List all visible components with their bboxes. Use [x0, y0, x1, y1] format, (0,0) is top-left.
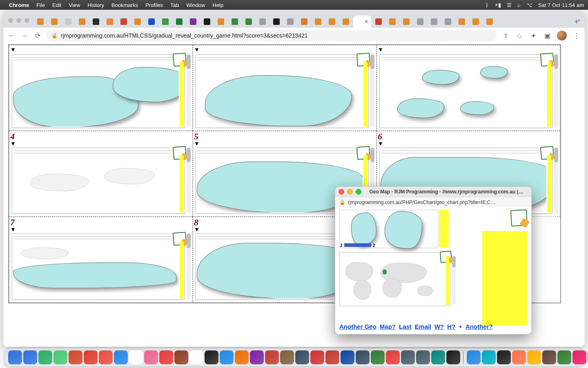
- disclosure-triangle-icon[interactable]: ▼: [194, 46, 200, 53]
- scrollbar-thumb[interactable]: [187, 148, 191, 162]
- browser-tab[interactable]: [214, 16, 227, 28]
- dock-app-icon[interactable]: [386, 350, 400, 364]
- disclosure-triangle-icon[interactable]: ▼: [10, 226, 16, 233]
- dock-app-icon[interactable]: [38, 350, 52, 364]
- sidepanel-button[interactable]: ▣: [543, 31, 551, 40]
- popup-titlebar[interactable]: Geo Map - RJM Programming - //www.rjmpro…: [335, 187, 531, 197]
- browser-tab[interactable]: [187, 16, 200, 28]
- browser-tab[interactable]: [428, 16, 441, 28]
- browser-tab[interactable]: [228, 16, 241, 28]
- dock-app-icon[interactable]: [8, 350, 22, 364]
- reload-button[interactable]: ⟳: [33, 31, 42, 40]
- dock-app-icon[interactable]: [220, 350, 234, 364]
- cell-map[interactable]: [13, 64, 179, 127]
- forward-button[interactable]: →: [20, 31, 29, 40]
- menu-history[interactable]: History: [87, 2, 104, 8]
- scrollbar-thumb[interactable]: [554, 54, 558, 69]
- browser-tab[interactable]: [469, 16, 482, 28]
- dock-app-icon[interactable]: [23, 350, 37, 364]
- control-centre-icon[interactable]: ⌥: [526, 2, 532, 8]
- dock-app-icon[interactable]: [401, 350, 415, 364]
- battery-icon[interactable]: ⚡︎▮: [494, 2, 501, 8]
- browser-tab[interactable]: [284, 16, 297, 28]
- window-traffic-lights[interactable]: [8, 18, 29, 23]
- omnibox[interactable]: 🔒 rjmprogramming.com.au/HTMLCSS/gradual_…: [47, 30, 497, 41]
- browser-tab[interactable]: [34, 16, 47, 28]
- browser-tab[interactable]: [441, 16, 454, 28]
- game-cell[interactable]: 7▼: [9, 217, 193, 303]
- dock-app-icon[interactable]: [295, 350, 309, 364]
- browser-tab[interactable]: [483, 16, 496, 28]
- share-button[interactable]: ⇪: [501, 31, 510, 40]
- tab-overflow-button[interactable]: ⌄: [577, 16, 581, 22]
- game-cell[interactable]: 4▼: [9, 131, 193, 217]
- disclosure-triangle-icon[interactable]: ▼: [378, 140, 383, 147]
- browser-tab[interactable]: [256, 16, 269, 28]
- browser-tab[interactable]: [117, 16, 130, 28]
- scrollbar-thumb[interactable]: [370, 148, 374, 162]
- notepad-icon[interactable]: [510, 209, 528, 227]
- browser-tab[interactable]: [386, 16, 399, 28]
- dock-app-icon[interactable]: [99, 350, 113, 364]
- dock-app-icon[interactable]: [542, 350, 556, 364]
- browser-tab[interactable]: [270, 16, 283, 28]
- menu-tab[interactable]: Tab: [170, 2, 179, 8]
- macos-dock[interactable]: [5, 348, 583, 366]
- menu-window[interactable]: Window: [186, 2, 205, 8]
- dock-app-icon[interactable]: [53, 350, 67, 364]
- chrome-menu-button[interactable]: ⋮: [572, 31, 581, 40]
- browser-tab[interactable]: [242, 16, 255, 28]
- game-cell[interactable]: ▼: [9, 45, 193, 131]
- cell-map[interactable]: [197, 64, 363, 127]
- dock-app-icon[interactable]: [341, 350, 354, 364]
- cell-map[interactable]: [13, 243, 179, 298]
- browser-tab[interactable]: [76, 16, 89, 28]
- browser-tab[interactable]: [159, 16, 172, 28]
- cell-map[interactable]: [381, 64, 546, 127]
- cell-map[interactable]: [13, 157, 179, 213]
- wifi-icon[interactable]: ☰: [507, 2, 512, 8]
- dock-app-icon[interactable]: [69, 350, 82, 364]
- back-button[interactable]: ←: [7, 31, 16, 40]
- dock-app-icon[interactable]: [356, 350, 370, 364]
- dock-app-icon[interactable]: [527, 350, 541, 364]
- game-cell[interactable]: ▼: [193, 45, 376, 131]
- menu-file[interactable]: File: [36, 2, 45, 8]
- dock-app-icon[interactable]: [325, 350, 339, 364]
- extensions-button[interactable]: ✦: [529, 31, 537, 40]
- disclosure-triangle-icon[interactable]: ▼: [10, 140, 16, 147]
- profile-avatar[interactable]: [557, 31, 567, 40]
- dock-app-icon[interactable]: [497, 350, 511, 364]
- browser-tab[interactable]: [103, 16, 116, 28]
- link-w[interactable]: W?: [434, 323, 444, 330]
- menubar-clock[interactable]: Sat 7 Oct 11:54 am: [538, 2, 584, 8]
- link-h[interactable]: H?: [447, 323, 455, 330]
- scrollbar-thumb[interactable]: [187, 233, 191, 248]
- disclosure-triangle-icon[interactable]: ▼: [10, 46, 16, 53]
- dock-app-icon[interactable]: [250, 350, 264, 364]
- dock-app-icon[interactable]: [84, 350, 98, 364]
- bookmark-button[interactable]: ☆: [515, 31, 523, 40]
- scrollbar-thumb[interactable]: [554, 148, 558, 162]
- menu-help[interactable]: Help: [213, 2, 224, 8]
- browser-tab[interactable]: [414, 16, 427, 28]
- menu-profiles[interactable]: Profiles: [145, 2, 163, 8]
- browser-tab[interactable]: [312, 16, 325, 28]
- browser-tab[interactable]: [298, 16, 311, 28]
- dock-app-icon[interactable]: [144, 350, 158, 364]
- browser-tab[interactable]: [173, 16, 186, 28]
- dock-app-icon[interactable]: [416, 350, 430, 364]
- spotlight-icon[interactable]: ⌕: [517, 2, 521, 8]
- browser-tab[interactable]: [372, 16, 385, 28]
- disclosure-triangle-icon[interactable]: ▼: [378, 46, 383, 53]
- dock-app-icon[interactable]: [572, 350, 586, 364]
- popup-urlbar[interactable]: 🔒 rjmprogramming.com.au/PHP/GeoChart/geo…: [335, 197, 531, 208]
- browser-tab[interactable]: [200, 16, 214, 28]
- menu-view[interactable]: View: [69, 2, 80, 8]
- popup-top-map[interactable]: [339, 210, 438, 248]
- dock-app-icon[interactable]: [482, 350, 496, 364]
- dock-app-icon[interactable]: [235, 350, 249, 364]
- dock-app-icon[interactable]: [189, 350, 203, 364]
- dock-app-icon[interactable]: [205, 350, 218, 364]
- close-tab-icon[interactable]: ✕: [364, 19, 368, 25]
